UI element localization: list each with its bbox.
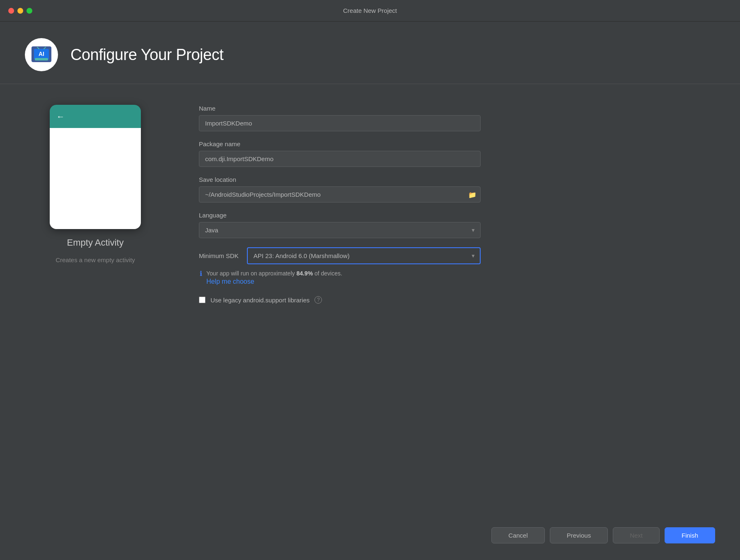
minimum-sdk-label: Minimum SDK bbox=[199, 252, 239, 259]
phone-toolbar: ← bbox=[50, 105, 141, 128]
maximize-button[interactable] bbox=[27, 8, 32, 14]
phone-body bbox=[50, 128, 141, 229]
finish-button[interactable]: Finish bbox=[665, 527, 715, 543]
name-input[interactable] bbox=[199, 115, 481, 131]
package-name-label: Package name bbox=[199, 140, 481, 147]
language-field-group: Language Java Kotlin ▼ bbox=[199, 212, 481, 238]
info-text-block: Your app will run on approximately 84.9%… bbox=[206, 269, 342, 285]
language-select[interactable]: Java Kotlin bbox=[199, 222, 481, 238]
minimum-sdk-select-wrapper: API 23: Android 6.0 (Marshmallow) API 21… bbox=[247, 247, 481, 264]
legacy-label: Use legacy android.support libraries bbox=[210, 297, 310, 304]
help-me-choose-link[interactable]: Help me choose bbox=[206, 278, 342, 285]
android-studio-icon: AI bbox=[30, 43, 53, 66]
content-area: ← Empty Activity Creates a new empty act… bbox=[0, 84, 740, 519]
minimize-button[interactable] bbox=[17, 8, 23, 14]
phone-preview: ← bbox=[50, 105, 141, 229]
info-icon: ℹ bbox=[200, 270, 202, 278]
minimum-sdk-row: Minimum SDK API 23: Android 6.0 (Marshma… bbox=[199, 247, 481, 264]
svg-rect-5 bbox=[35, 58, 48, 60]
right-panel: Name Package name Save location 📁 Langua… bbox=[199, 105, 481, 304]
header-area: AI Configure Your Project bbox=[0, 22, 740, 84]
package-name-input[interactable] bbox=[199, 151, 481, 167]
svg-text:AI: AI bbox=[39, 51, 44, 57]
language-select-wrapper: Java Kotlin ▼ bbox=[199, 222, 481, 238]
page-title: Configure Your Project bbox=[70, 46, 223, 64]
info-text-static: Your app will run on approximately 84.9%… bbox=[206, 270, 342, 277]
device-coverage-info: ℹ Your app will run on approximately 84.… bbox=[200, 269, 481, 285]
footer-buttons: Cancel Previous Next Finish bbox=[0, 519, 740, 560]
back-arrow-icon: ← bbox=[56, 112, 65, 121]
save-location-field-group: Save location 📁 bbox=[199, 176, 481, 203]
name-label: Name bbox=[199, 105, 481, 112]
save-location-label: Save location bbox=[199, 176, 481, 183]
package-name-field-group: Package name bbox=[199, 140, 481, 167]
save-location-input[interactable] bbox=[199, 186, 481, 203]
activity-description: Creates a new empty activity bbox=[56, 256, 135, 263]
cancel-button[interactable]: Cancel bbox=[491, 527, 545, 543]
folder-icon[interactable]: 📁 bbox=[468, 191, 476, 198]
title-bar: Create New Project bbox=[0, 0, 740, 22]
name-field-group: Name bbox=[199, 105, 481, 131]
window-title: Create New Project bbox=[343, 7, 397, 14]
minimum-sdk-select[interactable]: API 23: Android 6.0 (Marshmallow) API 21… bbox=[247, 247, 481, 264]
left-panel: ← Empty Activity Creates a new empty act… bbox=[25, 105, 166, 263]
save-location-input-wrapper: 📁 bbox=[199, 186, 481, 203]
coverage-percentage: 84.9% bbox=[296, 270, 313, 277]
main-content: AI Configure Your Project ← Empty Activi… bbox=[0, 22, 740, 560]
previous-button[interactable]: Previous bbox=[550, 527, 608, 543]
legacy-checkbox[interactable] bbox=[199, 297, 206, 303]
traffic-lights bbox=[8, 8, 32, 14]
next-button[interactable]: Next bbox=[613, 527, 660, 543]
legacy-libraries-row: Use legacy android.support libraries ? bbox=[199, 296, 481, 304]
language-label: Language bbox=[199, 212, 481, 219]
android-studio-logo: AI bbox=[25, 38, 58, 71]
close-button[interactable] bbox=[8, 8, 14, 14]
activity-label: Empty Activity bbox=[67, 237, 124, 248]
legacy-help-icon[interactable]: ? bbox=[314, 296, 322, 304]
